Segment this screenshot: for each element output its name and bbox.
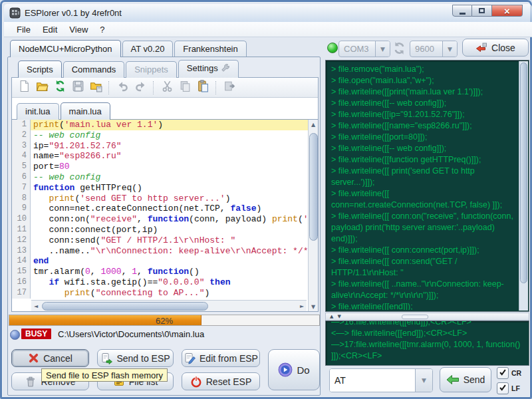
- file-path: C:\Users\Victor\Documents\0\main.lua: [58, 329, 204, 339]
- toolbar-save-as-button[interactable]: [88, 80, 104, 96]
- cancel-button[interactable]: Cancel: [11, 349, 89, 367]
- menu-item-help[interactable]: ?: [94, 23, 110, 36]
- horizontal-scroll-thumb[interactable]: [42, 302, 208, 311]
- code-text: conn:send("GET / HTTP/1.1\r\nHost: ": [31, 235, 308, 246]
- command-input[interactable]: AT ▼: [329, 368, 433, 392]
- tab-nodemcu-micropython[interactable]: NodeMCU+MicroPython: [10, 40, 121, 57]
- subtab-commands[interactable]: Commands: [63, 61, 124, 78]
- menu-item-view[interactable]: View: [63, 23, 94, 36]
- line-number: 7: [12, 183, 31, 194]
- tooltip: Send file to ESP flash memory: [41, 368, 168, 382]
- splitter-up-icon[interactable]: ▲: [330, 314, 333, 319]
- toolbar-separator: [153, 81, 154, 94]
- file-tab-init-lua[interactable]: init.lua: [17, 103, 59, 120]
- lf-checkbox-row: LF: [497, 382, 520, 394]
- check-icon: [499, 382, 507, 394]
- save-icon: [72, 80, 84, 95]
- code-text: print("connecting to AP..."): [31, 288, 308, 299]
- vertical-scroll-thumb[interactable]: [309, 133, 318, 241]
- edit-from-esp-button[interactable]: Edit from ESP: [182, 349, 260, 367]
- undo-icon: [116, 80, 129, 95]
- terminal-scroll-thumb[interactable]: [520, 63, 527, 283]
- file-tab-main-lua[interactable]: main.lua: [61, 102, 110, 120]
- terminal-line: > file.writeline([[name="esp8266.ru"]]);: [331, 120, 518, 132]
- lf-checkbox[interactable]: [497, 382, 509, 394]
- main-tab-bar: NodeMCU+MicroPythonAT v0.20Frankenshtein: [10, 40, 247, 57]
- menu-item-edit[interactable]: Edit: [37, 23, 63, 36]
- terminal-line: <—> file.writeline([[end]]);<CR><LF>: [331, 328, 523, 339]
- close-window-button[interactable]: ×: [492, 5, 523, 17]
- maximize-button[interactable]: [472, 5, 492, 17]
- scroll-down-icon[interactable]: ▼: [309, 302, 318, 311]
- toolbar-separator: [215, 81, 217, 94]
- code-text: print('send GET to http server...'): [31, 194, 308, 204]
- close-port-button[interactable]: Close: [462, 39, 529, 57]
- terminal-output[interactable]: > file.remove("main.lua");> file.open("m…: [325, 60, 529, 312]
- terminal-scrollbar[interactable]: [519, 61, 528, 311]
- subtab-scripts[interactable]: Scripts: [18, 61, 62, 78]
- code-editor[interactable]: 1print('main.lua ver 1.1')2-- web config…: [12, 120, 308, 299]
- send-arrow-icon: [446, 374, 460, 385]
- paste-icon: [197, 80, 209, 95]
- splitter-grip[interactable]: [402, 315, 428, 319]
- redo-icon: [134, 80, 147, 95]
- code-line: 15tmr.alarm(0, 1000, 1, function(): [12, 267, 308, 277]
- file-tab-init-lua-label: init.lua: [25, 106, 51, 116]
- toolbar-open-file-button[interactable]: [34, 80, 50, 96]
- code-line: 9 conn=net.createConnection(net.TCP, fal…: [12, 203, 308, 214]
- chevron-down-icon[interactable]: ▼: [415, 369, 432, 392]
- terminal-line: > file.writeline([[ conn:connect(port,ip…: [331, 245, 518, 256]
- terminal-splitter[interactable]: ▲ ▼: [325, 313, 529, 321]
- scroll-right-icon[interactable]: ►: [297, 301, 307, 311]
- cr-label: CR: [511, 369, 521, 377]
- splitter-down-icon[interactable]: ▼: [337, 314, 340, 319]
- terminal-log[interactable]: —>16:file.writeline([[end]]);<CR><LF><—>…: [325, 321, 529, 366]
- close-port-label: Close: [491, 43, 515, 53]
- code-line: 8 print('send GET to http server...'): [12, 194, 308, 204]
- send-label: Send: [464, 374, 485, 385]
- menu-item-file[interactable]: File: [11, 23, 37, 36]
- sub-tab-bar: ScriptsCommandsSnippetsSettings: [18, 61, 239, 78]
- subtab-commands-label: Commands: [72, 65, 116, 74]
- scroll-up-icon[interactable]: ▲: [309, 120, 318, 129]
- toolbar-new-file-button[interactable]: [16, 80, 32, 96]
- line-number: 13: [12, 246, 31, 257]
- do-button[interactable]: Do: [268, 349, 320, 390]
- send-button[interactable]: Send: [440, 367, 491, 392]
- code-line: 13 ..name.."\r\nConnection: keep-alive\r…: [12, 246, 308, 257]
- tab-at-v0-20[interactable]: AT v0.20: [122, 41, 174, 57]
- toolbar-paste-button[interactable]: [195, 80, 211, 96]
- line-number: 10: [12, 214, 31, 225]
- cr-checkbox[interactable]: [497, 367, 509, 379]
- app-window: ESPlorer v0.1 by 4refr0nt × FileEditView…: [0, 0, 532, 399]
- send-to-esp-button[interactable]: Send to ESP: [97, 349, 174, 367]
- cancel-label: Cancel: [43, 353, 72, 364]
- code-line: 7function getHTTPreq(): [12, 183, 308, 194]
- reset-esp-button[interactable]: Reset ESP: [182, 372, 260, 390]
- close-icon: ×: [504, 6, 510, 16]
- toolbar-cut-button: [159, 80, 175, 96]
- line-number: 14: [12, 256, 31, 267]
- tab-at-v0-20-label: AT v0.20: [131, 44, 165, 54]
- scroll-left-icon[interactable]: ◄: [31, 301, 41, 311]
- terminal-line: > file.open("main.lua","w+");: [331, 75, 518, 86]
- tab-frankenshtein[interactable]: Frankenshtein: [174, 41, 246, 57]
- editor-horizontal-scrollbar[interactable]: ◄ ►: [31, 300, 307, 311]
- subtab-settings[interactable]: Settings: [178, 60, 239, 78]
- code-text: conn:connect(port,ip): [31, 225, 308, 235]
- command-value[interactable]: AT: [330, 369, 415, 392]
- code-text: ip="91.201.52.76": [31, 141, 308, 152]
- window-title: ESPlorer v0.1 by 4refr0nt: [25, 8, 122, 18]
- busy-badge: BUSY: [21, 329, 51, 339]
- code-text: ..name.."\r\nConnection: keep-alive\r\nA…: [31, 246, 308, 257]
- titlebar[interactable]: ESPlorer v0.1 by 4refr0nt ×: [4, 4, 532, 22]
- toolbar-save-button: [70, 80, 86, 96]
- code-text: port=80: [31, 162, 308, 172]
- code-line: 12 conn:send("GET / HTTP/1.1\r\nHost: ": [12, 235, 308, 246]
- refresh-ports-icon[interactable]: [392, 41, 406, 58]
- editor-vertical-scrollbar[interactable]: ▲ ▼: [308, 120, 318, 311]
- toolbar-refresh-button[interactable]: [52, 80, 68, 96]
- minimize-button[interactable]: [452, 5, 472, 17]
- terminal-line: —>16:file.writeline([[end]]);<CR><LF>: [331, 321, 523, 328]
- code-text: tmr.alarm(0, 1000, 1, function(): [31, 267, 308, 277]
